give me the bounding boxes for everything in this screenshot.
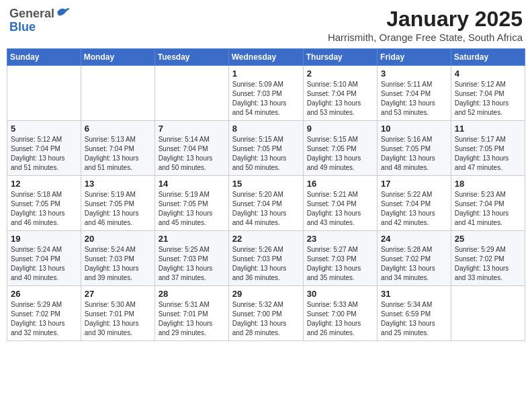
calendar-cell: 6Sunrise: 5:13 AM Sunset: 7:04 PM Daylig… <box>81 121 154 176</box>
calendar-cell: 1Sunrise: 5:09 AM Sunset: 7:03 PM Daylig… <box>228 66 303 121</box>
calendar-cell: 26Sunrise: 5:29 AM Sunset: 7:02 PM Dayli… <box>7 286 81 341</box>
calendar-week-row: 26Sunrise: 5:29 AM Sunset: 7:02 PM Dayli… <box>7 286 525 341</box>
day-info: Sunrise: 5:15 AM Sunset: 7:05 PM Dayligh… <box>232 135 300 173</box>
day-info: Sunrise: 5:09 AM Sunset: 7:03 PM Dayligh… <box>232 80 300 118</box>
day-number: 29 <box>232 289 300 299</box>
day-number: 31 <box>381 289 447 299</box>
day-info: Sunrise: 5:16 AM Sunset: 7:05 PM Dayligh… <box>381 135 447 173</box>
weekday-header-monday: Monday <box>81 49 154 66</box>
day-info: Sunrise: 5:10 AM Sunset: 7:04 PM Dayligh… <box>307 80 373 118</box>
weekday-header-sunday: Sunday <box>7 49 81 66</box>
day-info: Sunrise: 5:13 AM Sunset: 7:04 PM Dayligh… <box>85 135 151 173</box>
calendar-cell: 11Sunrise: 5:17 AM Sunset: 7:05 PM Dayli… <box>451 121 525 176</box>
weekday-header-row: SundayMondayTuesdayWednesdayThursdayFrid… <box>7 49 525 66</box>
day-info: Sunrise: 5:20 AM Sunset: 7:04 PM Dayligh… <box>232 190 300 228</box>
logo-bird-icon <box>56 7 71 21</box>
day-number: 7 <box>159 124 225 134</box>
day-info: Sunrise: 5:22 AM Sunset: 7:04 PM Dayligh… <box>381 190 447 228</box>
day-number: 2 <box>307 68 373 79</box>
calendar-cell: 16Sunrise: 5:21 AM Sunset: 7:04 PM Dayli… <box>303 176 377 231</box>
calendar-cell <box>154 66 228 121</box>
calendar-cell: 15Sunrise: 5:20 AM Sunset: 7:04 PM Dayli… <box>228 176 303 231</box>
day-number: 30 <box>307 289 373 299</box>
day-info: Sunrise: 5:25 AM Sunset: 7:03 PM Dayligh… <box>159 245 225 283</box>
day-number: 15 <box>232 179 300 189</box>
day-info: Sunrise: 5:32 AM Sunset: 7:00 PM Dayligh… <box>232 300 300 338</box>
day-info: Sunrise: 5:27 AM Sunset: 7:03 PM Dayligh… <box>307 245 373 283</box>
logo: General Blue <box>9 7 71 34</box>
calendar-cell: 20Sunrise: 5:24 AM Sunset: 7:03 PM Dayli… <box>81 231 154 286</box>
calendar-cell: 24Sunrise: 5:28 AM Sunset: 7:02 PM Dayli… <box>378 231 451 286</box>
day-info: Sunrise: 5:19 AM Sunset: 7:05 PM Dayligh… <box>85 190 151 228</box>
calendar-cell <box>81 66 154 121</box>
weekday-header-thursday: Thursday <box>303 49 377 66</box>
day-number: 8 <box>232 124 300 134</box>
day-info: Sunrise: 5:31 AM Sunset: 7:01 PM Dayligh… <box>159 300 225 338</box>
calendar-cell: 13Sunrise: 5:19 AM Sunset: 7:05 PM Dayli… <box>81 176 154 231</box>
day-info: Sunrise: 5:28 AM Sunset: 7:02 PM Dayligh… <box>381 245 447 283</box>
calendar-week-row: 1Sunrise: 5:09 AM Sunset: 7:03 PM Daylig… <box>7 66 525 121</box>
day-number: 22 <box>232 234 300 244</box>
day-number: 18 <box>455 179 521 189</box>
title-block: January 2025 Harrismith, Orange Free Sta… <box>328 7 523 43</box>
day-number: 5 <box>11 124 77 134</box>
day-info: Sunrise: 5:24 AM Sunset: 7:04 PM Dayligh… <box>11 245 77 283</box>
day-info: Sunrise: 5:21 AM Sunset: 7:04 PM Dayligh… <box>307 190 373 228</box>
day-info: Sunrise: 5:12 AM Sunset: 7:04 PM Dayligh… <box>11 135 77 173</box>
day-number: 11 <box>455 124 521 134</box>
calendar-cell: 4Sunrise: 5:12 AM Sunset: 7:04 PM Daylig… <box>451 66 525 121</box>
calendar-cell: 21Sunrise: 5:25 AM Sunset: 7:03 PM Dayli… <box>154 231 228 286</box>
day-info: Sunrise: 5:24 AM Sunset: 7:03 PM Dayligh… <box>85 245 151 283</box>
day-number: 26 <box>11 289 77 299</box>
calendar-cell: 30Sunrise: 5:33 AM Sunset: 7:00 PM Dayli… <box>303 286 377 341</box>
weekday-header-wednesday: Wednesday <box>228 49 303 66</box>
day-number: 10 <box>381 124 447 134</box>
logo-general: General <box>9 7 54 21</box>
calendar-cell: 18Sunrise: 5:23 AM Sunset: 7:04 PM Dayli… <box>451 176 525 231</box>
calendar-cell <box>7 66 81 121</box>
day-number: 13 <box>85 179 151 189</box>
month-title: January 2025 <box>328 7 523 32</box>
day-number: 16 <box>307 179 373 189</box>
day-number: 1 <box>232 68 300 79</box>
calendar-cell: 12Sunrise: 5:18 AM Sunset: 7:05 PM Dayli… <box>7 176 81 231</box>
calendar-cell: 22Sunrise: 5:26 AM Sunset: 7:03 PM Dayli… <box>228 231 303 286</box>
calendar-cell: 10Sunrise: 5:16 AM Sunset: 7:05 PM Dayli… <box>378 121 451 176</box>
weekday-header-saturday: Saturday <box>451 49 525 66</box>
day-number: 3 <box>381 68 447 79</box>
day-number: 24 <box>381 234 447 244</box>
calendar-week-row: 5Sunrise: 5:12 AM Sunset: 7:04 PM Daylig… <box>7 121 525 176</box>
weekday-header-friday: Friday <box>378 49 451 66</box>
calendar-cell: 23Sunrise: 5:27 AM Sunset: 7:03 PM Dayli… <box>303 231 377 286</box>
day-number: 14 <box>159 179 225 189</box>
calendar-cell: 2Sunrise: 5:10 AM Sunset: 7:04 PM Daylig… <box>303 66 377 121</box>
day-number: 25 <box>455 234 521 244</box>
day-info: Sunrise: 5:11 AM Sunset: 7:04 PM Dayligh… <box>381 80 447 118</box>
day-info: Sunrise: 5:17 AM Sunset: 7:05 PM Dayligh… <box>455 135 521 173</box>
day-info: Sunrise: 5:34 AM Sunset: 6:59 PM Dayligh… <box>381 300 447 338</box>
calendar-cell: 7Sunrise: 5:14 AM Sunset: 7:04 PM Daylig… <box>154 121 228 176</box>
day-number: 9 <box>307 124 373 134</box>
day-info: Sunrise: 5:18 AM Sunset: 7:05 PM Dayligh… <box>11 190 77 228</box>
day-info: Sunrise: 5:26 AM Sunset: 7:03 PM Dayligh… <box>232 245 300 283</box>
calendar-cell: 17Sunrise: 5:22 AM Sunset: 7:04 PM Dayli… <box>378 176 451 231</box>
day-number: 20 <box>85 234 151 244</box>
calendar-week-row: 19Sunrise: 5:24 AM Sunset: 7:04 PM Dayli… <box>7 231 525 286</box>
calendar-cell: 14Sunrise: 5:19 AM Sunset: 7:05 PM Dayli… <box>154 176 228 231</box>
calendar-cell: 3Sunrise: 5:11 AM Sunset: 7:04 PM Daylig… <box>378 66 451 121</box>
location: Harrismith, Orange Free State, South Afr… <box>328 32 523 43</box>
calendar-cell <box>451 286 525 341</box>
day-number: 23 <box>307 234 373 244</box>
day-info: Sunrise: 5:23 AM Sunset: 7:04 PM Dayligh… <box>455 190 521 228</box>
day-info: Sunrise: 5:29 AM Sunset: 7:02 PM Dayligh… <box>11 300 77 338</box>
day-info: Sunrise: 5:30 AM Sunset: 7:01 PM Dayligh… <box>85 300 151 338</box>
day-number: 6 <box>85 124 151 134</box>
day-info: Sunrise: 5:29 AM Sunset: 7:02 PM Dayligh… <box>455 245 521 283</box>
calendar-cell: 8Sunrise: 5:15 AM Sunset: 7:05 PM Daylig… <box>228 121 303 176</box>
day-info: Sunrise: 5:15 AM Sunset: 7:05 PM Dayligh… <box>307 135 373 173</box>
day-number: 28 <box>159 289 225 299</box>
day-info: Sunrise: 5:14 AM Sunset: 7:04 PM Dayligh… <box>159 135 225 173</box>
day-number: 17 <box>381 179 447 189</box>
day-number: 12 <box>11 179 77 189</box>
calendar-week-row: 12Sunrise: 5:18 AM Sunset: 7:05 PM Dayli… <box>7 176 525 231</box>
